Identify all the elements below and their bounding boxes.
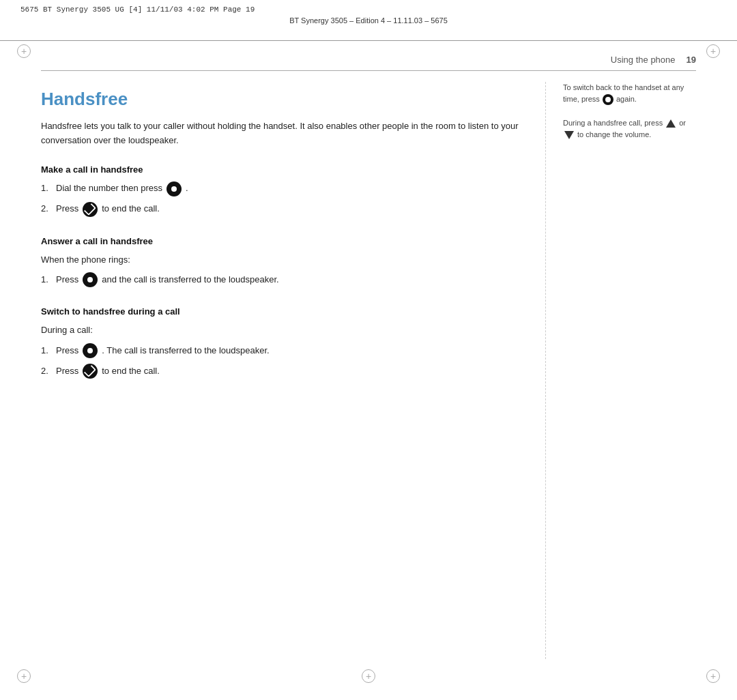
sidebar-note-switch-back: To switch back to the handset at any tim… xyxy=(563,82,696,105)
step-item: 1. Press and the call is transferred to … xyxy=(41,272,525,287)
sidebar-note-volume: During a handsfree call, press or to cha… xyxy=(563,117,696,141)
sub-heading-answer-call: Answer a call in handsfree xyxy=(41,236,525,246)
step-list-make-call: 1. Dial the number then press . 2. Press… xyxy=(41,181,525,217)
step-text-after: to end the call. xyxy=(102,202,160,216)
step-text: Press to end the call. xyxy=(56,202,160,217)
step-item: 2. Press to end the call. xyxy=(41,364,525,379)
step-text-before: Press xyxy=(56,364,78,379)
endcall-icon xyxy=(83,364,98,379)
step-list-answer-call: 1. Press and the call is transferred to … xyxy=(41,272,525,287)
section-title-bar: Using the phone 19 xyxy=(41,55,696,71)
step-text-before: Press xyxy=(56,202,78,216)
step-num: 1. xyxy=(41,344,56,358)
speaker-icon xyxy=(167,181,182,196)
speaker-icon xyxy=(83,343,98,358)
header-subtitle: BT Synergy 3505 – Edition 4 – 11.11.03 –… xyxy=(0,16,737,25)
sidebar-column: To switch back to the handset at any tim… xyxy=(546,82,696,659)
speaker-icon-small xyxy=(603,94,613,105)
page-heading: Handsfree xyxy=(41,89,525,110)
step-num: 2. xyxy=(41,364,56,379)
step-text: Press and the call is transferred to the… xyxy=(56,272,279,287)
main-column: Handsfree Handsfree lets you talk to you… xyxy=(41,82,546,659)
sidebar-note-text-after: again. xyxy=(616,95,637,103)
section-make-call: Make a call in handsfree 1. Dial the num… xyxy=(41,164,525,217)
corner-mark-bottom-center xyxy=(362,669,375,683)
step-text-before: Press xyxy=(56,273,78,287)
endcall-icon xyxy=(83,202,98,217)
step-text-after: and the call is transferred to the louds… xyxy=(102,273,278,287)
corner-mark-top-right xyxy=(706,44,720,58)
section-switch-handsfree: Switch to handsfree during a call During… xyxy=(41,306,525,379)
step-num: 1. xyxy=(41,273,56,287)
when-text-switch: During a call: xyxy=(41,323,525,338)
page-number: 19 xyxy=(687,55,696,65)
step-text-after: . The call is transferred to the loudspe… xyxy=(102,344,269,358)
step-item: 1. Dial the number then press . xyxy=(41,181,525,196)
step-text: Press . The call is transferred to the l… xyxy=(56,343,270,358)
sub-heading-switch: Switch to handsfree during a call xyxy=(41,306,525,317)
step-text-after: . xyxy=(186,181,188,196)
section-title: Using the phone xyxy=(611,55,676,65)
sidebar-note-text-middle: or xyxy=(679,119,686,127)
corner-mark-bottom-right xyxy=(706,669,720,683)
step-text-before: Dial the number then press xyxy=(56,181,162,196)
step-list-switch: 1. Press . The call is transferred to th… xyxy=(41,343,525,379)
step-text-before: Press xyxy=(56,344,78,358)
step-num: 2. xyxy=(41,202,56,216)
step-item: 2. Press to end the call. xyxy=(41,202,525,217)
section-answer-call: Answer a call in handsfree When the phon… xyxy=(41,236,525,288)
sidebar-note-text-after: to change the volume. xyxy=(577,130,651,138)
volume-down-icon xyxy=(564,131,574,139)
corner-mark-bottom-left xyxy=(17,669,31,683)
header-top-line: 5675 BT Synergy 3505 UG [4] 11/11/03 4:0… xyxy=(0,0,737,16)
page-header: 5675 BT Synergy 3505 UG [4] 11/11/03 4:0… xyxy=(0,0,737,41)
volume-up-icon xyxy=(666,119,676,128)
step-text: Press to end the call. xyxy=(56,364,160,379)
step-item: 1. Press . The call is transferred to th… xyxy=(41,343,525,358)
step-num: 1. xyxy=(41,181,56,196)
step-text: Dial the number then press . xyxy=(56,181,188,196)
content-area: Handsfree Handsfree lets you talk to you… xyxy=(41,82,696,659)
sub-heading-make-call: Make a call in handsfree xyxy=(41,164,525,175)
step-text-after: to end the call. xyxy=(102,364,160,379)
intro-text: Handsfree lets you talk to your caller w… xyxy=(41,119,525,148)
speaker-icon xyxy=(83,272,98,287)
corner-mark-top-left xyxy=(17,44,31,58)
when-text-answer: When the phone rings: xyxy=(41,253,525,267)
sidebar-note-text-before: During a handsfree call, press xyxy=(563,119,665,127)
